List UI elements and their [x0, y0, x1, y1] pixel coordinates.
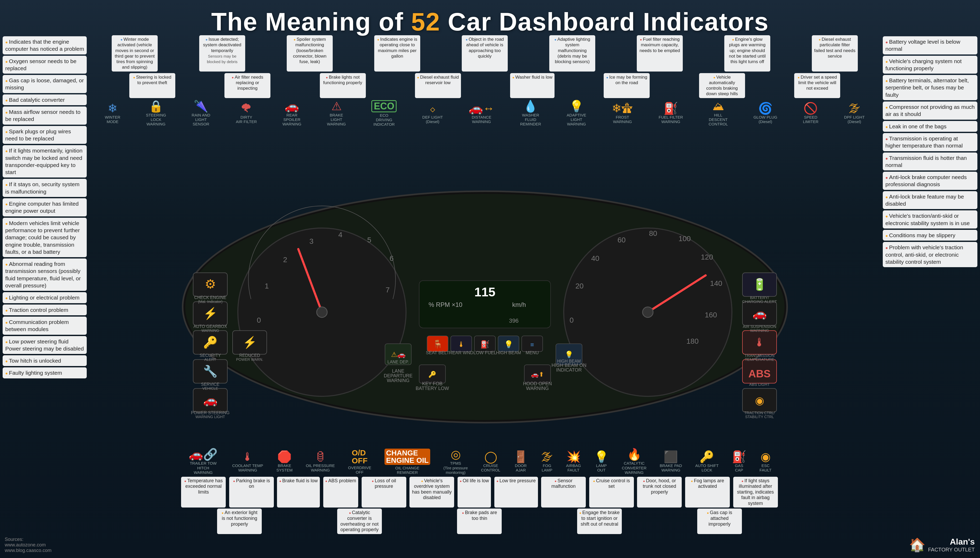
bc-lamp: An exterior light is not functioning pro…	[217, 509, 262, 534]
svg-text:POWER WARN.: POWER WARN.	[236, 357, 263, 361]
left-bot-callout-1: Tow hitch is unlocked	[3, 355, 87, 366]
oil-change-label: OIL CHANGEREMINDER	[395, 466, 419, 475]
bottom-callouts-row1: Temperature has exceeded normal limits P…	[179, 476, 780, 535]
svg-text:TEMPERATURE: TEMPERATURE	[744, 357, 774, 361]
svg-text:396: 396	[509, 317, 519, 324]
icon-speed-limiter: 🚫 SPEEDLIMITER	[803, 103, 818, 124]
brand-icon: 🏠	[909, 537, 925, 553]
svg-text:KEY FOB: KEY FOB	[422, 381, 443, 386]
glow-plug-sym: 🌀	[758, 103, 773, 114]
speedometer-svg: 0 1 2 3 4 5 6 7 0 20 40 60 80 100 120 14…	[170, 181, 800, 430]
top-callout-fuel: Fuel filter reaching maximum capacity, n…	[637, 35, 683, 72]
page-wrapper: The Meaning of 52 Car Dashboard Indicato…	[0, 0, 980, 558]
svg-text:5: 5	[367, 236, 371, 244]
svg-text:STABILITY CTRL: STABILITY CTRL	[745, 415, 774, 419]
icon-frost: ❄🛣 FROSTWARNING	[612, 103, 633, 124]
svg-text:100: 100	[678, 235, 690, 243]
fog-sym: 🌫	[541, 451, 553, 463]
svg-text:LANE DEP.: LANE DEP.	[388, 360, 409, 364]
rear-spoiler-label: REARSPOILERWARNING	[283, 113, 301, 126]
bc-cruise: Cruise control is set	[589, 477, 634, 508]
airbag-label: AIRBAGFAULT	[566, 463, 581, 473]
top-callout-winter: Winter mode activated (vehicle moves in …	[112, 35, 158, 72]
left-bot-callout-0: Low power steering fluid Power steering …	[3, 336, 87, 354]
svg-text:🪑: 🪑	[433, 340, 443, 349]
dashboard-speedometer: 0 1 2 3 4 5 6 7 0 20 40 60 80 100 120 14…	[170, 181, 800, 432]
svg-text:DEPARTURE: DEPARTURE	[384, 373, 412, 378]
speed-limiter-label: SPEEDLIMITER	[803, 115, 818, 124]
door-label: DOORAJAR	[515, 463, 527, 473]
adaptive-sym: 💡	[569, 100, 584, 112]
svg-text:SEAT BELT: SEAT BELT	[426, 350, 449, 355]
fog-label: FOGLAMP	[542, 463, 552, 473]
title-prefix: The Meaning of	[211, 8, 411, 36]
second-callout-hill: Vehicle automatically controls braking d…	[699, 73, 745, 98]
winter-mode-label: WINTERMODE	[105, 115, 120, 124]
right-callout-10: Conditions may be slippery	[883, 230, 977, 241]
svg-text:🌡: 🌡	[458, 340, 465, 348]
svg-text:🔑: 🔑	[429, 371, 436, 378]
header-title: The Meaning of 52 Car Dashboard Indicato…	[0, 7, 980, 36]
cruise-sym: ◯	[484, 451, 497, 463]
icon-shift-lock: 🔑 AUTO SHIFTLOCK	[695, 451, 718, 473]
svg-text:180: 180	[686, 337, 699, 345]
svg-text:💡: 💡	[504, 340, 513, 349]
lamp-sym: 💡	[594, 451, 609, 463]
left-callout-1: Oxygen sensor needs to be replaced	[3, 56, 87, 74]
source-link-1: www.autozone.com	[5, 542, 52, 548]
distance-sym: 🚗↔	[469, 103, 495, 114]
right-callout-0: Battery voltage level is below normal	[883, 36, 977, 54]
svg-text:20: 20	[575, 282, 583, 290]
airbag-sym: 💥	[566, 451, 581, 463]
top-callout-spoiler: Spoiler system malfunctioning (loose/bro…	[287, 35, 333, 72]
left-callout-0: Indicates that the engine computer has n…	[3, 36, 87, 54]
rear-spoiler-sym: 🚗	[285, 100, 299, 112]
top-callouts-row: Winter mode activated (vehicle moves in …	[89, 34, 880, 72]
top-callout-adaptive: Adaptive lighting system malfunctioning …	[549, 35, 595, 72]
bc-shift: Engage the brake to start ignition or sh…	[577, 509, 622, 534]
svg-text:SECURITY: SECURITY	[200, 353, 221, 358]
second-callout-speed: Driver set a speed limit the vehicle wil…	[794, 73, 840, 98]
icon-fog: 🌫 FOGLAMP	[541, 451, 553, 473]
bc-oil-life: Oil life is low	[458, 477, 491, 508]
dpf-label: DPF LIGHT(Diesel)	[844, 115, 865, 124]
icon-tpms: ◎ TPMS(Tire pressuremonitoring)	[443, 449, 468, 474]
rain-light-label: RAIN ANDLIGHTSENSOR	[191, 113, 210, 126]
right-callout-2: Battery terminals, alternator belt, serp…	[883, 75, 977, 100]
bc-sensor: Sensor malfunction	[541, 477, 586, 508]
svg-text:60: 60	[617, 236, 625, 244]
left-mid-callout-0: Abnormal reading from transmission senso…	[3, 258, 87, 291]
left-mid-callout-2: Traction control problem	[3, 305, 87, 315]
icon-washer: 💧 WASHERFLUIDREMINDER	[520, 100, 541, 126]
icon-def: ⬦ DEF LIGHT(Diesel)	[422, 103, 443, 124]
distance-label: DISTANCEWARNING	[472, 115, 491, 124]
svg-text:ABS LIGHT: ABS LIGHT	[749, 382, 769, 387]
brake-light-label: BRAKELIGHTWARNING	[327, 113, 346, 126]
icon-catalytic: 🔥 CATALYTICCONVERTERWARNING	[622, 449, 646, 474]
svg-text:⚡: ⚡	[242, 336, 257, 349]
svg-text:(Mal. Indicator): (Mal. Indicator)	[198, 300, 223, 304]
svg-text:WARNING: WARNING	[201, 328, 219, 333]
svg-text:🔑: 🔑	[203, 336, 218, 349]
svg-text:4: 4	[338, 231, 342, 239]
coolant-label: COOLANT TEMPWARNING	[232, 463, 263, 473]
catalytic-sym: 🔥	[627, 449, 641, 460]
bottom-section: 🚗🔗 TRAILER TOWHITCH WARNING 🌡 COOLANT TE…	[179, 448, 780, 558]
bc-abs: ABS problem	[323, 477, 358, 508]
left-bot-callout-2: Faulty lighting system	[3, 368, 87, 378]
second-callout-brake-light: Brake lights not functioning properly	[320, 73, 366, 98]
svg-text:◉: ◉	[755, 395, 764, 406]
svg-text:WARNING: WARNING	[526, 386, 548, 391]
trailer-label: TRAILER TOWHITCH WARNING	[187, 461, 219, 474]
icon-oil-change: CHANGEENGINE OIL OIL CHANGEREMINDER	[384, 449, 430, 475]
svg-text:7: 7	[386, 286, 390, 294]
svg-text:% RPM ×10: % RPM ×10	[429, 301, 462, 308]
left-callout-5: Spark plugs or plug wires need to be rep…	[3, 126, 87, 144]
washer-sym: 💧	[523, 100, 538, 112]
brake-light-sym: ⚠	[331, 100, 342, 112]
brand-sub: FACTORY OUTLET	[928, 547, 975, 553]
svg-text:REAR WND: REAR WND	[449, 350, 473, 355]
icon-hill-descent: ⛰ HILLDESCENTCONTROL	[708, 100, 728, 126]
bc-brake-fluid: Brake fluid is low	[277, 477, 320, 508]
bc-brake-pad: Brake pads are too thin	[457, 509, 502, 534]
